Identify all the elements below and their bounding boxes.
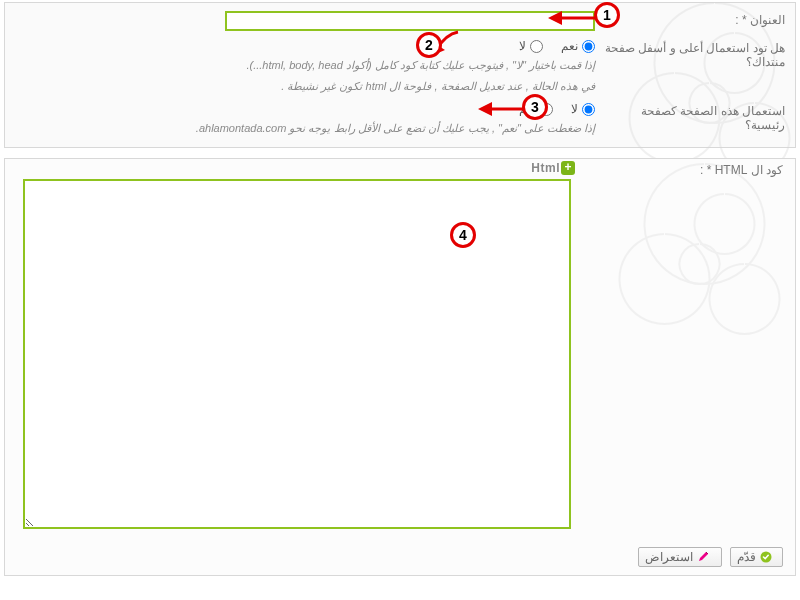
title-label: العنوان * : [595, 11, 785, 27]
header-footer-radio-group: نعم لا [15, 39, 595, 53]
hf-yes-option[interactable]: نعم [561, 39, 595, 53]
hf-yes-label: نعم [561, 39, 578, 53]
done-button[interactable]: قدّم [730, 547, 783, 567]
header-footer-label: هل تود استعمال أعلى و أسفل صفحة منتداك؟ [595, 39, 785, 69]
preview-button[interactable]: استعراض [638, 547, 722, 567]
hf-no-option[interactable]: لا [519, 39, 543, 53]
homepage-label: استعمال هذه الصفحة كصفحة رئيسية؟ [595, 102, 785, 132]
hf-help-2: في هذه الحالة , عند تعديل الصفحة , فلوحة… [135, 78, 595, 95]
hp-help: إذا ضغطت على "نعم" , يجب عليك أن تضع على… [135, 120, 595, 137]
hf-no-radio[interactable] [530, 40, 543, 53]
settings-panel: العنوان * : هل تود استعمال أعلى و أسفل ص… [4, 2, 796, 148]
hf-help-1: إذا قمت باختيار "لا" , فيتوجب عليك كتابة… [135, 57, 595, 74]
hp-no-radio[interactable] [582, 103, 595, 116]
check-icon [760, 551, 772, 563]
hp-no-option[interactable]: لا [571, 102, 595, 116]
homepage-radio-group: لا نعم [15, 102, 595, 116]
button-row: قدّم استعراض [638, 547, 783, 567]
hp-yes-label: نعم [519, 102, 536, 116]
preview-label: استعراض [645, 550, 693, 564]
html-code-label: كود ال HTML * : [700, 163, 783, 177]
hf-no-label: لا [519, 39, 526, 53]
hp-no-label: لا [571, 102, 578, 116]
html-code-panel: كود ال HTML * : + Html قدّم استعراض [4, 158, 796, 576]
pencil-icon [697, 550, 711, 564]
done-label: قدّم [737, 550, 756, 564]
title-input[interactable] [225, 11, 595, 31]
html-badge-text: Html [531, 161, 560, 175]
hf-yes-radio[interactable] [582, 40, 595, 53]
plus-icon: + [561, 161, 575, 175]
html-badge: + Html [531, 161, 575, 175]
hp-yes-radio[interactable] [540, 103, 553, 116]
hp-yes-option[interactable]: نعم [519, 102, 553, 116]
html-code-textarea[interactable] [23, 179, 571, 529]
